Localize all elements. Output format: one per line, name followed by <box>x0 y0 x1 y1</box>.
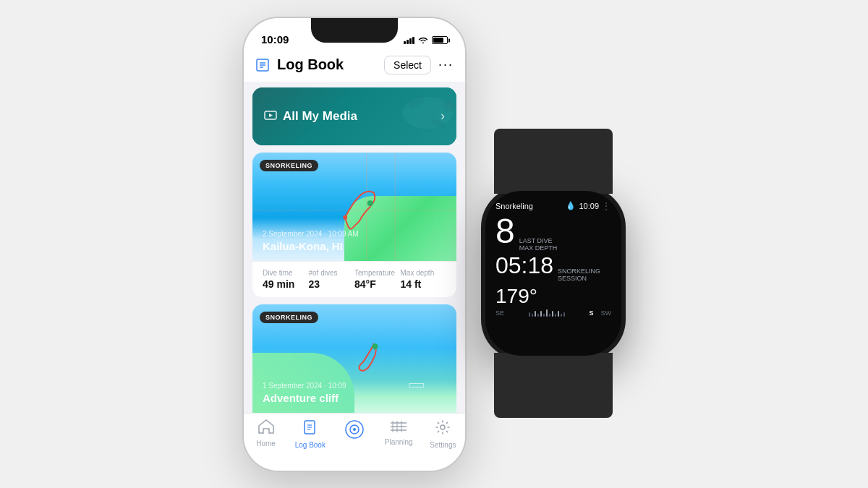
status-time: 10:09 <box>261 33 289 46</box>
dive-card-2[interactable]: SNORKELING 1 September 2024 · 10:09 Adve… <box>252 304 456 413</box>
svg-point-30 <box>441 425 445 429</box>
watch-compass-section: 179° SE <box>495 286 611 317</box>
select-button[interactable]: Select <box>384 56 431 74</box>
iphone-inner: 10:09 <box>244 18 465 471</box>
watch-depth-label-line2: MAX DEPTH <box>519 244 558 252</box>
dive-location-2: Adventure cliff <box>263 392 339 404</box>
dive-card-1[interactable]: SNORKELING 2 September 2024 · 10:09 AM K… <box>252 153 456 297</box>
watch-session-row: 05:18 SNORKELING SESSION <box>495 254 611 282</box>
watch-band-top <box>494 129 613 194</box>
stat-label: Max depth <box>401 269 447 277</box>
stat-value: 14 ft <box>401 278 447 290</box>
stat-value: 84°F <box>354 278 401 290</box>
dive-icon <box>344 419 365 443</box>
watch-depth-label-line1: LAST DIVE <box>519 237 558 245</box>
dive-date-2: 1 September 2024 · 10:09 <box>263 382 346 390</box>
media-card[interactable]: All My Media › <box>252 87 456 145</box>
stat-label: #of dives <box>309 269 355 277</box>
scene: 10:09 <box>242 17 626 472</box>
media-icon <box>264 110 277 123</box>
compass-s-label: S <box>589 309 593 317</box>
planning-icon <box>391 419 407 436</box>
tab-logbook-label: Log Book <box>295 441 326 449</box>
tab-bar: Home Log Book <box>244 413 465 471</box>
status-icons <box>404 35 448 46</box>
watch-status-bar: Snorkeling 💧 10:09 ⋮ <box>495 201 611 211</box>
tab-planning[interactable]: Planning <box>377 419 421 446</box>
media-card-content: All My Media <box>264 109 441 124</box>
watch-depth-section: 8 LAST DIVE MAX DEPTH <box>495 214 611 253</box>
watch-session-label-2: SESSION <box>558 275 600 282</box>
compass-se-label: SE <box>495 309 504 317</box>
svg-point-14 <box>343 215 347 219</box>
tab-home-label: Home <box>256 440 276 448</box>
app-content[interactable]: All My Media › <box>244 82 465 413</box>
tab-settings[interactable]: Settings <box>421 419 465 449</box>
stat-label: Dive time <box>263 269 309 277</box>
watch-time: 10:09 <box>579 202 599 210</box>
header-actions: Select ··· <box>384 56 454 74</box>
battery-icon <box>432 36 448 44</box>
app-header: Log Book Select ··· <box>244 50 465 82</box>
stat-value: 23 <box>309 278 355 290</box>
stat-value: 49 min <box>263 278 309 290</box>
watch-screen: Snorkeling 💧 10:09 ⋮ 8 LAST DIVE MAX DEP… <box>485 191 621 356</box>
logbook-icon <box>255 57 271 73</box>
watch-more-icon: ⋮ <box>602 201 611 211</box>
svg-rect-16 <box>409 383 424 387</box>
settings-icon <box>435 419 451 439</box>
stat-label: Temperature <box>354 269 401 277</box>
media-chevron-icon: › <box>441 108 445 124</box>
wifi-icon <box>418 35 428 46</box>
dive-stat-dives-1: #of dives 23 <box>309 269 355 290</box>
dive-map-2: SNORKELING 1 September 2024 · 10:09 Adve… <box>252 304 456 413</box>
svg-point-15 <box>373 343 378 349</box>
watch-depth-label: LAST DIVE MAX DEPTH <box>519 237 558 253</box>
svg-point-5 <box>443 100 455 111</box>
tab-home[interactable]: Home <box>244 419 288 448</box>
watch-session-label-1: SNORKELING <box>558 267 600 275</box>
dive-stats-1: Dive time 49 min #of dives 23 Temperatur… <box>252 261 456 297</box>
watch-compass-value: 179° <box>495 285 537 307</box>
tab-settings-label: Settings <box>430 441 456 449</box>
watch-depth-number: 8 <box>495 214 515 249</box>
water-drop-icon: 💧 <box>566 201 576 210</box>
dive-date-1: 2 September 2024 · 10:09 AM <box>263 230 359 238</box>
app-title-group: Log Book <box>255 56 344 73</box>
dive-stat-temp-1: Temperature 84°F <box>354 269 401 290</box>
watch-compass-bar: SE <box>495 309 611 317</box>
iphone-notch <box>311 18 398 43</box>
svg-marker-9 <box>269 114 273 117</box>
dive-map-1: SNORKELING 2 September 2024 · 10:09 AM K… <box>252 153 456 261</box>
dive-stat-depth-1: Max depth 14 ft <box>401 269 447 290</box>
tab-planning-label: Planning <box>385 438 413 446</box>
iphone-device: 10:09 <box>242 17 467 472</box>
snorkeling-badge-1: SNORKELING <box>260 160 318 171</box>
svg-point-13 <box>367 200 373 206</box>
media-title: All My Media <box>283 109 357 124</box>
apple-watch: Snorkeling 💧 10:09 ⋮ 8 LAST DIVE MAX DEP… <box>481 187 626 360</box>
watch-band-bottom <box>494 353 613 418</box>
signal-icon <box>404 37 414 44</box>
compass-sw-label: SW <box>601 309 612 317</box>
dive-location-1: Kailua-Kona, HI <box>263 240 343 252</box>
svg-point-23 <box>353 428 356 431</box>
dive-stat-time-1: Dive time 49 min <box>263 269 309 290</box>
app-title: Log Book <box>277 56 344 73</box>
tab-dive[interactable] <box>332 419 376 445</box>
logbook-tab-icon <box>302 419 318 439</box>
side-buttons <box>466 105 467 154</box>
more-button[interactable]: ··· <box>438 57 454 72</box>
tab-logbook[interactable]: Log Book <box>288 419 332 449</box>
watch-app-name: Snorkeling <box>495 202 533 210</box>
compass-scale <box>507 309 586 317</box>
home-icon <box>258 419 274 437</box>
watch-session-time: 05:18 <box>495 254 553 277</box>
snorkeling-badge-2: SNORKELING <box>260 312 318 323</box>
